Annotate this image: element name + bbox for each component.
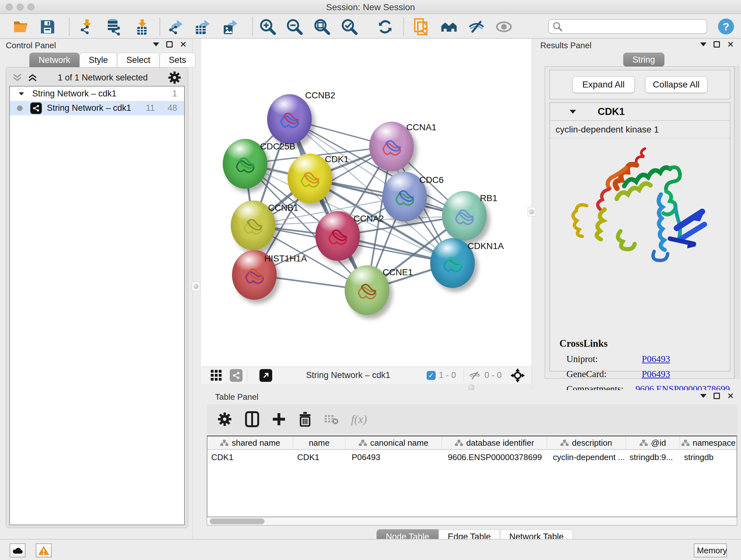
network-view-dot-icon	[17, 105, 23, 111]
network-from-file-button[interactable]	[413, 18, 430, 36]
crosslink-label: Uniprot:	[566, 354, 642, 364]
gene-description: cyclin-dependent kinase 1	[550, 121, 730, 138]
show-columns-icon[interactable]	[245, 411, 259, 427]
delete-column-icon[interactable]	[299, 412, 312, 427]
cloud-button[interactable]	[10, 543, 25, 557]
scrollbar-thumb[interactable]	[210, 518, 265, 524]
network-node-CCNA2[interactable]	[315, 211, 360, 261]
results-panel-title: Results Panel	[540, 41, 591, 51]
help-button[interactable]: ?	[718, 18, 734, 35]
toolbar-search-input[interactable]	[548, 19, 707, 34]
expand-all-chevron-icon[interactable]	[27, 73, 38, 82]
collapse-all-chevron-icon[interactable]	[12, 73, 23, 82]
export-image-button[interactable]	[221, 18, 238, 36]
edge-count: 48	[167, 103, 177, 113]
node-label: CDKN1A	[468, 241, 504, 251]
protein-ribbon-thumbnail	[436, 248, 468, 280]
add-column-icon[interactable]	[272, 412, 286, 426]
zoom-out-button[interactable]	[286, 18, 303, 36]
import-database-button[interactable]	[104, 18, 121, 36]
selected-checkbox-icon[interactable]: ✓	[427, 371, 435, 380]
expand-all-button[interactable]: Expand All	[572, 76, 635, 93]
crosslinks-title: CrossLinks	[550, 338, 730, 349]
node-label: CCNA2	[354, 213, 384, 224]
protein-ribbon-thumbnail	[237, 210, 269, 242]
protein-ribbon-thumbnail	[322, 221, 354, 253]
export-network-button[interactable]	[166, 18, 184, 36]
node-label: CCNB1	[268, 203, 298, 213]
right-splitter-handle[interactable]	[528, 207, 536, 216]
column-header: namespace	[680, 436, 737, 449]
float-panel-icon[interactable]	[714, 41, 720, 48]
import-network-button[interactable]	[78, 18, 95, 36]
fit-selected-crosshair-icon[interactable]	[510, 368, 525, 383]
tab-style[interactable]: Style	[79, 53, 117, 67]
column-type-icon	[560, 439, 569, 446]
results-scrollbar[interactable]	[735, 66, 739, 379]
node-label: CCNA1	[406, 122, 436, 132]
table-toolbar: f(x)	[207, 404, 737, 434]
gene-name: CDK1	[598, 106, 624, 118]
network-options-gear-icon[interactable]	[167, 71, 182, 84]
application-window: Session: New Session	[0, 0, 741, 560]
close-panel-icon[interactable]: ✕	[727, 41, 734, 48]
zoom-selected-button[interactable]	[341, 18, 358, 36]
network-collection-row[interactable]: String Network – cdk1 1	[10, 86, 184, 101]
network-badge-icon[interactable]	[230, 369, 243, 382]
control-panel-title: Control Panel	[6, 41, 56, 51]
import-table-button[interactable]	[133, 18, 150, 36]
collection-label: String Network – cdk1	[32, 89, 172, 99]
birds-eye-grid-icon[interactable]	[210, 369, 223, 382]
network-tab-body: 1 of 1 Network selected String Network –…	[6, 67, 188, 528]
crosslink-link[interactable]: P06493	[642, 354, 670, 364]
cloud-icon	[12, 546, 23, 555]
tab-select[interactable]: Select	[117, 53, 159, 67]
float-panel-icon[interactable]	[166, 41, 173, 48]
tab-string[interactable]: String	[623, 53, 664, 67]
window-title: Session: New Session	[0, 2, 741, 12]
float-panel-icon[interactable]	[714, 393, 720, 399]
hidden-node-edge-count: 0 - 0	[484, 370, 502, 380]
show-panel-eye-button[interactable]	[495, 18, 513, 36]
function-builder-icon[interactable]: f(x)	[351, 413, 367, 426]
node-label: CCNE1	[383, 267, 413, 277]
panel-menu-icon[interactable]	[700, 43, 706, 46]
memory-button[interactable]: Memory	[694, 543, 727, 557]
refresh-button[interactable]	[377, 18, 394, 36]
collapse-all-button[interactable]: Collapse All	[645, 76, 708, 93]
left-splitter-handle[interactable]	[192, 282, 200, 291]
protein-ribbon-thumbnail	[376, 131, 408, 163]
close-panel-icon[interactable]: ✕	[727, 393, 734, 399]
collection-expand-icon[interactable]	[19, 92, 24, 96]
crosslink-label: GeneCard:	[566, 369, 642, 379]
home-networks-button[interactable]	[441, 18, 458, 36]
network-canvas[interactable]: CCNB2CCNA1CDC25BCDK1CDC6RB1CCNB1CCNA2CDK…	[201, 39, 532, 367]
panel-menu-icon[interactable]	[700, 394, 706, 398]
table-options-gear-icon[interactable]	[217, 412, 232, 427]
zoom-in-button[interactable]	[259, 18, 276, 36]
warning-icon	[38, 545, 50, 556]
export-table-button[interactable]	[193, 18, 211, 36]
open-in-new-window-icon[interactable]	[259, 369, 272, 382]
tab-sets[interactable]: Sets	[159, 53, 195, 67]
gene-collapse-icon[interactable]	[569, 110, 576, 114]
zoom-fit-button[interactable]	[313, 18, 331, 36]
column-header: database identifier	[442, 436, 547, 449]
gene-section: CDK1 cyclin-dependent kinase 1	[549, 103, 730, 371]
table-row[interactable]: CDK1 CDK1 P06493 9606.ENSP00000378699 cy…	[207, 450, 737, 464]
warnings-button[interactable]	[36, 543, 52, 557]
node-table[interactable]: shared name name canonical name database…	[207, 435, 737, 517]
delete-table-icon[interactable]	[324, 414, 338, 425]
hide-panel-eye-slash-button[interactable]	[468, 18, 485, 36]
table-horizontal-scrollbar[interactable]	[207, 517, 737, 525]
tab-network[interactable]: Network	[29, 53, 79, 67]
open-session-button[interactable]	[13, 18, 30, 36]
network-node-CCNB2[interactable]	[267, 94, 312, 144]
panel-menu-icon[interactable]	[153, 43, 159, 46]
network-row-selected[interactable]: String Network – cdk1 11 48	[10, 101, 184, 115]
crosslink-link[interactable]: P06493	[642, 369, 670, 379]
close-panel-icon[interactable]: ✕	[180, 41, 187, 48]
control-panel: Control Panel ✕ Network Style Select Set…	[0, 39, 193, 539]
save-session-button[interactable]	[39, 18, 56, 36]
string-results-body: Expand All Collapse All CDK1 cyclin-depe…	[545, 66, 734, 379]
